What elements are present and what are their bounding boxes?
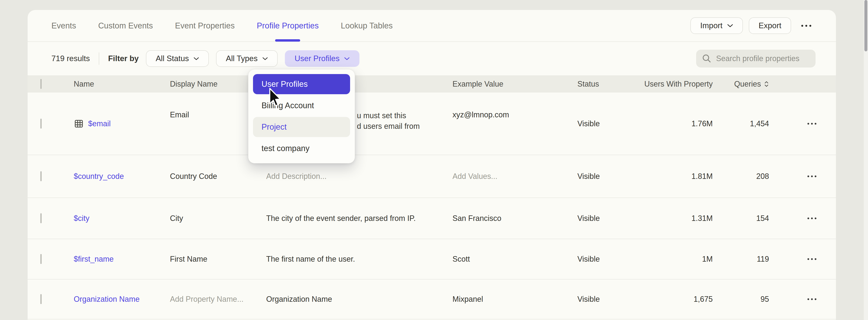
dropdown-item-project[interactable]: Project — [253, 117, 350, 137]
search-box — [696, 50, 815, 68]
tab-custom-events[interactable]: Custom Events — [98, 10, 153, 41]
import-button[interactable]: Import — [690, 17, 743, 34]
header-queries[interactable]: Queries — [713, 79, 769, 88]
example-value-cell[interactable]: xyz@lmnop.com — [453, 93, 578, 119]
mouse-cursor — [267, 87, 281, 108]
display-name-cell[interactable]: Country Code — [170, 172, 266, 181]
table-row: $first_name First Name The first name of… — [28, 239, 836, 280]
scrollbar-thumb[interactable] — [864, 0, 867, 51]
tab-event-properties[interactable]: Event Properties — [175, 10, 235, 41]
search-input[interactable] — [716, 54, 810, 63]
tab-bar: Events Custom Events Event Properties Pr… — [28, 10, 836, 42]
filter-by-label: Filter by — [108, 54, 139, 63]
table-row: $email Email u must set this d users ema… — [28, 93, 836, 155]
status-cell: Visible — [578, 255, 642, 263]
import-button-label: Import — [700, 21, 722, 30]
row-more-button[interactable] — [807, 258, 816, 260]
queries-cell: 119 — [713, 255, 769, 263]
property-name-link[interactable]: $email — [74, 119, 170, 129]
status-cell: Visible — [578, 214, 642, 223]
queries-cell: 1,454 — [713, 119, 769, 128]
row-checkbox[interactable] — [40, 119, 42, 129]
property-name-label: $first_name — [74, 255, 114, 263]
table-row: $country_code Country Code Add Descripti… — [28, 155, 836, 198]
property-name-label: $email — [88, 119, 111, 128]
type-filter-label: All Types — [226, 54, 257, 63]
row-more-button[interactable] — [807, 217, 816, 219]
users-with-property-cell: 1M — [642, 255, 713, 263]
queries-cell: 154 — [713, 214, 769, 223]
divider — [99, 52, 99, 65]
description-cell[interactable]: The first name of the user. — [266, 255, 453, 263]
export-button[interactable]: Export — [749, 17, 791, 34]
queries-cell: 95 — [713, 295, 769, 304]
example-value-cell[interactable]: Scott — [453, 255, 578, 263]
property-name-link[interactable]: $country_code — [74, 172, 170, 181]
chevron-down-icon — [727, 24, 733, 28]
property-name-label: $country_code — [74, 172, 124, 181]
table-row: Organization Name Add Property Name... O… — [28, 280, 836, 319]
display-name-cell[interactable]: City — [170, 214, 266, 223]
chevron-down-icon — [262, 57, 268, 61]
status-cell: Visible — [578, 172, 642, 181]
property-name-link[interactable]: Organization Name — [74, 295, 170, 304]
example-value-cell[interactable]: Mixpanel — [453, 295, 578, 304]
profile-type-filter-label: User Profiles — [294, 54, 340, 63]
row-more-button[interactable] — [807, 123, 816, 125]
header-status: Status — [578, 79, 642, 88]
tab-lookup-tables[interactable]: Lookup Tables — [341, 10, 393, 41]
row-checkbox[interactable] — [40, 294, 42, 304]
display-name-cell[interactable]: First Name — [170, 255, 266, 263]
table-header: Name Display Name Example Value Status U… — [28, 75, 836, 93]
table-row: $city City The city of the event sender,… — [28, 198, 836, 239]
row-more-button[interactable] — [807, 298, 816, 300]
status-filter-label: All Status — [156, 54, 189, 63]
description-line: u must set this — [357, 110, 453, 121]
export-button-label: Export — [758, 21, 781, 30]
description-cell[interactable]: Add Description... — [266, 172, 453, 181]
example-value-cell[interactable]: San Francisco — [453, 214, 578, 223]
row-more-button[interactable] — [807, 176, 816, 177]
property-name-link[interactable]: $city — [74, 214, 170, 223]
users-with-property-cell: 1.81M — [642, 172, 713, 181]
users-with-property-cell: 1.31M — [642, 214, 713, 223]
description-cell[interactable]: The city of the event sender, parsed fro… — [266, 214, 453, 223]
status-cell: Visible — [578, 295, 642, 304]
property-name-label: Organization Name — [74, 295, 140, 304]
description-line: d users email from — [357, 121, 453, 132]
users-with-property-cell: 1.76M — [642, 119, 713, 128]
header-example-value: Example Value — [453, 79, 578, 88]
users-with-property-cell: 1,675 — [642, 295, 713, 304]
table-grid-icon — [74, 119, 84, 129]
queries-cell: 208 — [713, 172, 769, 181]
row-checkbox[interactable] — [40, 213, 42, 223]
sort-icon — [764, 80, 769, 87]
profile-type-filter-button[interactable]: User Profiles — [285, 50, 360, 67]
more-options-button[interactable] — [797, 25, 815, 27]
description-cell[interactable]: Organization Name — [266, 295, 453, 304]
type-filter-button[interactable]: All Types — [216, 50, 277, 67]
header-name: Name — [74, 79, 170, 88]
search-icon — [702, 54, 711, 63]
chevron-down-icon — [193, 57, 199, 61]
select-all-checkbox[interactable] — [40, 79, 42, 89]
dropdown-item-test-company[interactable]: test company — [253, 138, 350, 158]
tab-profile-properties[interactable]: Profile Properties — [257, 10, 319, 41]
results-count: 719 results — [52, 54, 90, 63]
filter-bar: 719 results Filter by All Status All Typ… — [28, 42, 836, 75]
status-cell: Visible — [578, 119, 642, 128]
example-value-cell[interactable]: Add Values... — [453, 172, 578, 181]
tab-events[interactable]: Events — [52, 10, 76, 41]
header-queries-label: Queries — [734, 79, 761, 88]
properties-panel: Events Custom Events Event Properties Pr… — [28, 10, 836, 320]
header-users-with-property: Users With Property — [642, 79, 713, 88]
display-name-cell[interactable]: Add Property Name... — [170, 295, 266, 304]
property-name-link[interactable]: $first_name — [74, 255, 170, 263]
status-filter-button[interactable]: All Status — [146, 50, 209, 67]
row-checkbox[interactable] — [40, 171, 42, 181]
property-name-label: $city — [74, 214, 89, 223]
row-checkbox[interactable] — [40, 254, 42, 264]
profile-type-dropdown: User Profiles Billing Account Project te… — [248, 69, 355, 164]
chevron-down-icon — [344, 57, 350, 61]
toolbar-actions: Import Export — [690, 17, 815, 34]
